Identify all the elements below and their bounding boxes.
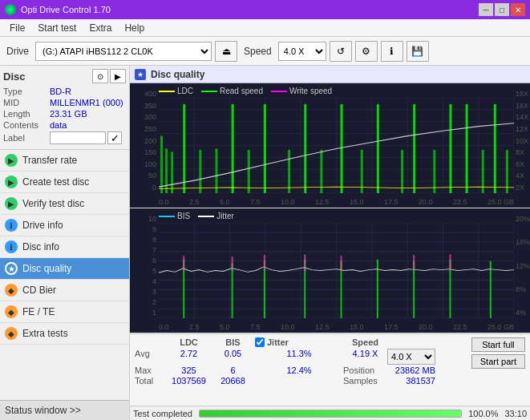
save-button[interactable]: 💾: [407, 41, 429, 62]
chart2-x-axis: 0.0 2.5 5.0 7.5 10.0 12.5 15.0 17.5 20.0…: [159, 323, 514, 331]
sidebar-item-verify-test[interactable]: ▶ Verify test disc: [0, 193, 129, 215]
svg-rect-71: [490, 261, 492, 318]
svg-rect-28: [288, 150, 290, 193]
svg-rect-30: [320, 150, 322, 193]
jitter-checkbox[interactable]: [255, 337, 265, 347]
charts-area: LDC Read speed Write speed 400 350 30: [130, 83, 530, 333]
type-row: Type BD-R: [3, 87, 126, 96]
write-dot: [271, 91, 287, 92]
sidebar-item-disc-quality[interactable]: ★ Disc quality: [0, 258, 129, 280]
jitter-dot: [198, 216, 214, 217]
progress-bar-outer: [199, 410, 462, 418]
max-bis: 6: [211, 365, 255, 375]
speed-col-header: Speed: [343, 337, 387, 347]
svg-rect-73: [232, 256, 233, 269]
sidebar-item-extra-tests[interactable]: ◆ Extra tests: [0, 323, 129, 345]
eject-button[interactable]: ⏏: [215, 41, 237, 62]
disc-icon-btn-1[interactable]: ⊙: [92, 69, 108, 83]
title-bar-left: Opti Drive Control 1.70: [5, 4, 111, 15]
bis-dot: [159, 216, 175, 217]
drive-info-label: Drive info: [22, 220, 63, 231]
avg-ldc: 2.72: [167, 349, 211, 365]
disc-label-key: Label: [3, 133, 50, 143]
position-label: Position: [343, 365, 387, 375]
verify-test-icon: ▶: [5, 197, 18, 210]
svg-rect-40: [494, 104, 496, 193]
progress-percent: 100.0%: [468, 409, 498, 418]
menu-start-test[interactable]: Start test: [31, 21, 83, 35]
sidebar-item-transfer-rate[interactable]: ▶ Transfer rate: [0, 150, 129, 172]
close-button[interactable]: ✕: [511, 3, 525, 16]
max-jitter: 12.4%: [255, 365, 343, 375]
settings-button[interactable]: ⚙: [355, 41, 378, 62]
sidebar-item-fe-te[interactable]: ◆ FE / TE: [0, 301, 129, 323]
status-window-label: Status window >>: [5, 405, 81, 416]
max-label: Max: [135, 365, 167, 375]
svg-rect-77: [413, 255, 415, 269]
speed-select-stats[interactable]: 4.0 X: [387, 349, 435, 365]
speed-select[interactable]: 4.0 X: [278, 42, 326, 61]
disc-quality-header: ★ Disc quality: [130, 66, 530, 83]
svg-rect-38: [466, 104, 468, 193]
create-test-label: Create test disc: [22, 176, 89, 188]
svg-rect-26: [248, 150, 250, 193]
disc-info-panel: Disc ⊙ ▶ Type BD-R MID MILLENMR1 (000) L…: [0, 66, 129, 150]
avg-bis: 0.05: [211, 349, 255, 365]
start-full-button[interactable]: Start full: [471, 337, 525, 352]
label-confirm-button[interactable]: ✓: [107, 131, 122, 144]
status-window-button[interactable]: Status window >>: [0, 400, 129, 420]
menu-file[interactable]: File: [3, 21, 31, 35]
disc-quality-icon: ★: [5, 262, 18, 275]
read-legend-label: Read speed: [220, 87, 263, 95]
sidebar-item-drive-info[interactable]: ℹ Drive info: [0, 215, 129, 236]
svg-rect-27: [264, 104, 266, 193]
minimize-button[interactable]: ─: [479, 3, 493, 16]
label-row: Label ✓: [3, 131, 126, 144]
svg-rect-37: [449, 104, 451, 193]
contents-row: Contents data: [3, 120, 126, 130]
disc-icon-btn-2[interactable]: ▶: [110, 69, 126, 83]
menu-help[interactable]: Help: [118, 21, 151, 35]
svg-rect-36: [433, 150, 435, 193]
drive-select[interactable]: (G:) ATAPI iHBS112 2 CL0K: [35, 42, 212, 61]
start-buttons: Start full Start part: [471, 337, 525, 369]
refresh-button[interactable]: ↺: [330, 41, 352, 62]
total-ldc: 1037569: [167, 376, 211, 386]
svg-rect-31: [341, 104, 343, 193]
sidebar-item-cd-bier[interactable]: ◆ CD Bier: [0, 280, 129, 301]
transfer-rate-icon: ▶: [5, 154, 18, 167]
maximize-button[interactable]: □: [495, 3, 509, 16]
svg-rect-21: [171, 151, 173, 193]
mid-row: MID MILLENMR1 (000): [3, 98, 126, 107]
cd-bier-label: CD Bier: [22, 285, 56, 296]
window-controls: ─ □ ✕: [479, 3, 525, 16]
fe-te-icon: ◆: [5, 305, 18, 318]
svg-rect-75: [304, 254, 305, 270]
menu-extra[interactable]: Extra: [83, 21, 118, 35]
start-part-button[interactable]: Start part: [471, 354, 525, 369]
svg-rect-68: [377, 260, 378, 318]
svg-rect-23: [199, 150, 201, 193]
type-value: BD-R: [50, 87, 126, 96]
progress-bar-inner: [200, 410, 461, 417]
svg-rect-24: [215, 148, 217, 193]
sidebar-item-disc-info[interactable]: ℹ Disc info: [0, 236, 129, 258]
sidebar-item-create-test[interactable]: ▶ Create test disc: [0, 172, 129, 193]
svg-rect-35: [413, 104, 415, 193]
chart1-x-axis: 0.0 2.5 5.0 7.5 10.0 12.5 15.0 17.5 20.0…: [159, 198, 514, 206]
disc-quality-title: Disc quality: [151, 69, 204, 80]
disc-icons: ⊙ ▶: [92, 69, 126, 83]
app-title: Opti Drive Control 1.70: [21, 5, 111, 14]
nav-items: ▶ Transfer rate ▶ Create test disc ▶ Ver…: [0, 150, 129, 400]
avg-label: Avg: [135, 349, 167, 365]
label-input[interactable]: [50, 131, 106, 144]
main-content: Disc ⊙ ▶ Type BD-R MID MILLENMR1 (000) L…: [0, 66, 530, 420]
extra-tests-icon: ◆: [5, 327, 18, 340]
chart1-y-right: 18X 16X 14X 12X 10X 8X 6X 4X 2X: [514, 90, 530, 192]
chart2-y-left: 10 9 8 7 6 5 4 3 2 1: [130, 215, 159, 317]
jitter-checkbox-container: Jitter: [255, 337, 343, 347]
info-button[interactable]: ℹ: [381, 41, 403, 62]
ldc-col-header: LDC: [167, 337, 211, 347]
verify-test-label: Verify test disc: [22, 198, 84, 209]
svg-rect-22: [183, 104, 185, 193]
